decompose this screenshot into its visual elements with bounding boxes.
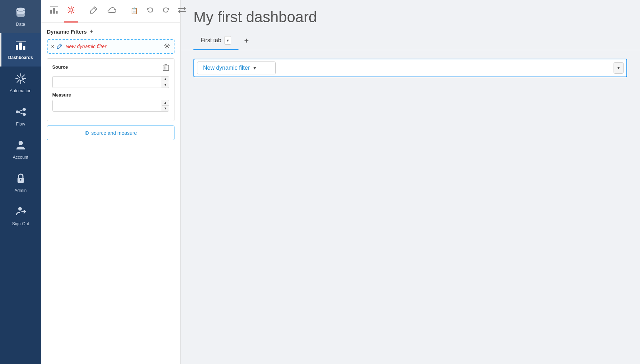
toolbar-redo-btn[interactable] xyxy=(159,4,172,18)
sidebar-item-label-dashboards: Dashboards xyxy=(8,55,33,60)
svg-point-7 xyxy=(16,110,19,113)
svg-point-8 xyxy=(23,108,26,111)
database-icon xyxy=(15,6,26,20)
chart-icon xyxy=(15,40,26,53)
svg-line-11 xyxy=(19,112,23,114)
svg-point-20 xyxy=(70,9,73,11)
toolbar-undo-btn[interactable] xyxy=(144,4,157,18)
filter-widget-dropdown[interactable]: New dynamic filter ▾ xyxy=(197,62,276,74)
source-down-btn[interactable]: ▼ xyxy=(162,82,169,88)
measure-down-btn[interactable]: ▼ xyxy=(162,106,169,111)
source-measure-box: Source ▲ ▼ xyxy=(47,58,174,121)
tab-dropdown-btn[interactable]: ▾ xyxy=(224,36,231,45)
sidebar-item-automation[interactable]: Automation xyxy=(0,67,41,100)
svg-rect-4 xyxy=(16,41,26,42)
add-source-label: source and measure xyxy=(91,130,137,136)
left-nav: Data Dashboards Automation xyxy=(0,0,41,364)
measure-spinner-btns: ▲ ▼ xyxy=(162,100,169,111)
filters-add-button[interactable]: + xyxy=(90,28,94,35)
source-input[interactable] xyxy=(53,77,162,88)
filter-edit-icon[interactable] xyxy=(57,43,63,50)
sidebar-item-dashboards[interactable]: Dashboards xyxy=(0,33,41,67)
filters-section: Dynamic Filters + × New dynamic filter xyxy=(41,23,180,364)
dashboard-body: New dynamic filter ▾ ▾ xyxy=(181,50,640,364)
svg-line-21 xyxy=(94,8,96,10)
sidebar-item-signout[interactable]: Sign-Out xyxy=(0,200,41,233)
trash-icon[interactable] xyxy=(163,64,169,73)
source-label: Source xyxy=(52,64,68,70)
dashboard-title: My first dashboard xyxy=(181,0,640,31)
svg-rect-3 xyxy=(23,46,25,50)
tab-add-button[interactable]: + xyxy=(240,33,253,48)
source-spinner-btns: ▲ ▼ xyxy=(162,77,169,88)
filter-close-icon[interactable]: × xyxy=(51,44,54,49)
filter-widget-chevron-icon: ▾ xyxy=(253,65,256,71)
sidebar-item-account[interactable]: Account xyxy=(0,133,41,166)
source-up-btn[interactable]: ▲ xyxy=(162,77,169,82)
sidebar-item-label-automation: Automation xyxy=(10,88,31,93)
signout-icon xyxy=(15,206,26,219)
filter-item: × New dynamic filter xyxy=(47,39,174,54)
tab-first-tab[interactable]: First tab ▾ xyxy=(193,32,238,50)
tabs-bar: First tab ▾ + xyxy=(181,31,640,50)
svg-point-23 xyxy=(166,45,168,47)
toolbar-clipboard-btn[interactable]: 📋 xyxy=(128,5,141,17)
filter-item-name: New dynamic filter xyxy=(65,44,161,49)
filter-widget: New dynamic filter ▾ ▾ xyxy=(193,59,627,77)
toolbar-brush-btn[interactable] xyxy=(87,4,100,18)
filters-title: Dynamic Filters xyxy=(47,29,87,35)
filter-gear-icon[interactable] xyxy=(164,43,170,50)
add-circle-icon: ⊕ xyxy=(84,129,89,136)
toolbar-cloud-btn[interactable] xyxy=(103,4,119,18)
lock-icon xyxy=(15,173,26,186)
svg-point-14 xyxy=(20,179,21,181)
sidebar-item-label-signout: Sign-Out xyxy=(12,221,29,226)
svg-point-5 xyxy=(19,77,23,80)
filter-widget-side-chevron[interactable]: ▾ xyxy=(614,62,624,74)
sidebar-item-label-admin: Admin xyxy=(14,188,26,193)
measure-label: Measure xyxy=(52,92,169,98)
sidebar-item-label-data: Data xyxy=(16,22,25,27)
measure-input[interactable] xyxy=(53,100,162,111)
svg-rect-17 xyxy=(53,8,55,14)
toolbar-icons-bar: 📋 xyxy=(41,0,180,23)
filters-header: Dynamic Filters + xyxy=(47,28,174,35)
sidebar-item-flow[interactable]: Flow xyxy=(0,100,41,133)
person-icon xyxy=(15,139,26,153)
sidebar-item-data[interactable]: Data xyxy=(0,0,41,33)
measure-select[interactable]: ▲ ▼ xyxy=(52,100,169,112)
main-content: My first dashboard First tab ▾ + New dyn… xyxy=(181,0,640,364)
source-select[interactable]: ▲ ▼ xyxy=(52,76,169,88)
automation-icon xyxy=(15,73,26,86)
source-header: Source xyxy=(52,64,169,73)
filter-widget-label: New dynamic filter xyxy=(203,65,250,71)
svg-rect-2 xyxy=(19,43,22,50)
svg-rect-16 xyxy=(50,10,52,14)
add-source-measure-button[interactable]: ⊕ source and measure xyxy=(47,126,174,140)
toolbar-panel: 📋 Dynamic Filters + × xyxy=(41,0,181,364)
svg-point-9 xyxy=(23,113,26,116)
sidebar-item-admin[interactable]: Admin xyxy=(0,166,41,200)
svg-point-12 xyxy=(19,141,23,145)
flow-icon xyxy=(15,106,26,119)
sidebar-item-label-flow: Flow xyxy=(16,122,25,127)
toolbar-settings-btn[interactable] xyxy=(64,4,78,18)
sidebar-item-label-account: Account xyxy=(13,155,28,160)
measure-up-btn[interactable]: ▲ xyxy=(162,100,169,106)
toolbar-transfer-btn[interactable] xyxy=(175,5,189,17)
tab-label-first-tab: First tab xyxy=(201,37,221,44)
svg-rect-18 xyxy=(56,11,58,14)
svg-point-0 xyxy=(16,8,25,11)
svg-rect-1 xyxy=(16,45,18,50)
toolbar-chart-btn[interactable] xyxy=(47,4,61,18)
svg-line-10 xyxy=(19,110,23,112)
svg-point-15 xyxy=(18,207,22,211)
